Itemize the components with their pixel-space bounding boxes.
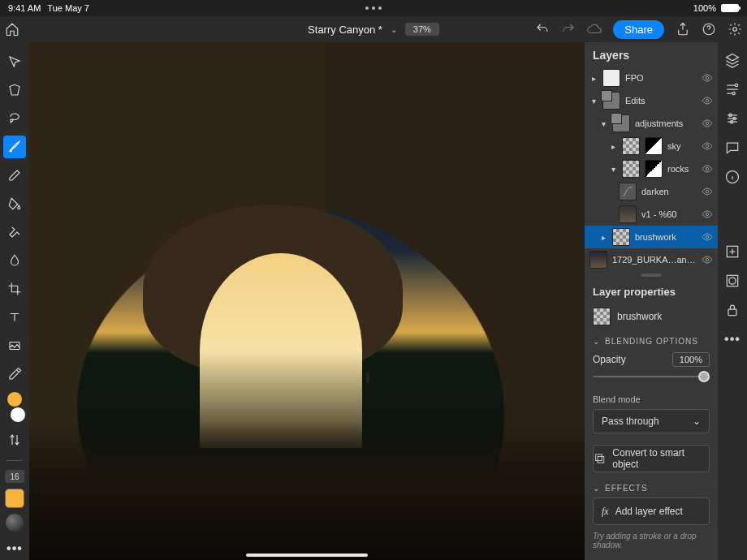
svg-point-14 (735, 84, 737, 86)
disclosure-icon[interactable]: ▸ (589, 74, 598, 83)
add-layer-effect-button[interactable]: fx Add layer effect (593, 498, 710, 525)
layer-row-fpo[interactable]: ▸ FPO (585, 67, 718, 89)
visibility-icon[interactable] (702, 140, 713, 152)
person-silhouette (366, 372, 369, 383)
place-image-tool[interactable] (3, 334, 26, 357)
mask-icon[interactable] (724, 273, 741, 289)
type-tool[interactable] (3, 306, 26, 329)
move-tool[interactable] (3, 50, 26, 73)
chevron-down-icon: ⌄ (593, 337, 600, 346)
layer-row-brushwork[interactable]: ▸ brushwork (585, 226, 718, 248)
add-layer-icon[interactable] (724, 243, 741, 260)
more-icon[interactable]: ••• (724, 331, 741, 347)
svg-point-9 (706, 213, 709, 216)
zoom-level[interactable]: 37% (405, 23, 439, 36)
separator (6, 460, 23, 461)
svg-point-6 (706, 144, 709, 148)
more-tools[interactable]: ••• (3, 537, 26, 560)
visibility-icon[interactable] (702, 72, 713, 84)
convert-smart-object-button[interactable]: Convert to smart object (593, 445, 710, 472)
blend-mode-select[interactable]: Pass through ⌄ (593, 409, 710, 433)
layer-row-base[interactable]: 1729_BURKA…anced-NR33 (585, 248, 718, 271)
layer-row-edits[interactable]: ▾ Edits (585, 89, 718, 112)
layer-row-v1[interactable]: v1 - %60 (585, 203, 718, 226)
brush-tool[interactable] (3, 136, 26, 158)
battery-percent: 100% (693, 3, 716, 13)
layer-label: darken (641, 187, 697, 196)
background-swatch[interactable] (10, 407, 26, 423)
visibility-icon[interactable] (702, 186, 713, 197)
opacity-value[interactable]: 100% (672, 352, 710, 367)
svg-point-3 (706, 76, 709, 80)
opacity-slider[interactable] (593, 368, 710, 385)
status-date: Tue May 7 (47, 3, 89, 13)
lasso-tool[interactable] (3, 107, 26, 130)
help-icon[interactable] (702, 22, 716, 37)
cloud-sync-icon[interactable] (587, 22, 602, 37)
layer-row-adjustments[interactable]: ▾ adjustments (585, 112, 718, 135)
heal-tool[interactable] (3, 221, 26, 243)
blend-mode-label: Blend mode (585, 390, 718, 406)
share-button[interactable]: Share (613, 20, 664, 39)
comments-icon[interactable] (724, 140, 741, 156)
visibility-icon[interactable] (702, 209, 713, 220)
crop-tool[interactable] (3, 278, 26, 300)
settings-gear-icon[interactable] (728, 22, 742, 37)
properties-icon[interactable] (724, 81, 741, 97)
battery-icon (721, 4, 739, 12)
layer-label: rocks (667, 164, 697, 174)
smudge-tool[interactable] (3, 249, 26, 272)
disclosure-icon[interactable]: ▾ (589, 97, 598, 106)
transform-tool[interactable] (3, 79, 26, 101)
eyedropper-tool[interactable] (3, 363, 26, 386)
svg-point-15 (732, 92, 735, 94)
disclosure-icon[interactable]: ▾ (609, 165, 617, 174)
effects-header[interactable]: ⌄ EFFECTS (585, 477, 718, 494)
disclosure-icon[interactable]: ▾ (599, 119, 607, 128)
svg-point-4 (706, 99, 709, 102)
redo-button[interactable] (561, 22, 576, 37)
layer-label: v1 - %60 (641, 209, 697, 219)
adjust-icon[interactable] (724, 110, 741, 127)
brush-preview[interactable] (6, 514, 24, 532)
multitask-dots[interactable] (365, 6, 382, 10)
status-time: 9:41 AM (8, 3, 41, 13)
home-indicator[interactable] (246, 554, 368, 557)
blending-options-header[interactable]: ⌄ BLENDING OPTIONS (585, 330, 718, 347)
fill-tool[interactable] (3, 192, 26, 215)
canvas[interactable] (29, 42, 585, 560)
layer-row-darken[interactable]: darken (585, 180, 718, 203)
current-layer-row: brushwork (585, 303, 718, 330)
home-button[interactable] (5, 22, 19, 37)
brush-color-chip[interactable] (5, 489, 24, 508)
disclosure-icon[interactable]: ▸ (599, 233, 607, 242)
foreground-swatch[interactable] (6, 391, 23, 407)
undo-button[interactable] (535, 22, 550, 37)
svg-point-22 (729, 278, 736, 284)
visibility-icon[interactable] (702, 254, 713, 265)
effects-hint: Try adding a stroke or a drop shadow. (585, 528, 718, 553)
layer-label: Edits (625, 96, 697, 106)
disclosure-icon[interactable]: ▸ (609, 142, 617, 151)
lock-icon[interactable] (724, 302, 741, 318)
layer-row-rocks[interactable]: ▾ rocks (585, 157, 718, 180)
swap-colors-tool[interactable] (3, 429, 26, 451)
visibility-icon[interactable] (702, 95, 713, 106)
eraser-tool[interactable] (3, 164, 26, 187)
drag-handle[interactable] (585, 271, 718, 279)
svg-point-7 (706, 167, 709, 170)
svg-point-1 (733, 28, 737, 32)
info-icon[interactable] (724, 169, 741, 185)
right-toolbar: ••• (718, 42, 747, 560)
visibility-icon[interactable] (702, 163, 713, 174)
svg-point-8 (706, 190, 709, 193)
layer-row-sky[interactable]: ▸ sky (585, 135, 718, 157)
document-title[interactable]: Starry Canyon * (308, 24, 382, 36)
chevron-down-icon: ⌄ (693, 416, 701, 427)
visibility-icon[interactable] (702, 231, 713, 243)
export-icon[interactable] (676, 22, 690, 37)
chevron-down-icon[interactable]: ⌄ (391, 25, 397, 34)
layers-icon[interactable] (724, 52, 741, 68)
visibility-icon[interactable] (702, 118, 713, 129)
brush-size-value[interactable]: 16 (5, 470, 24, 483)
